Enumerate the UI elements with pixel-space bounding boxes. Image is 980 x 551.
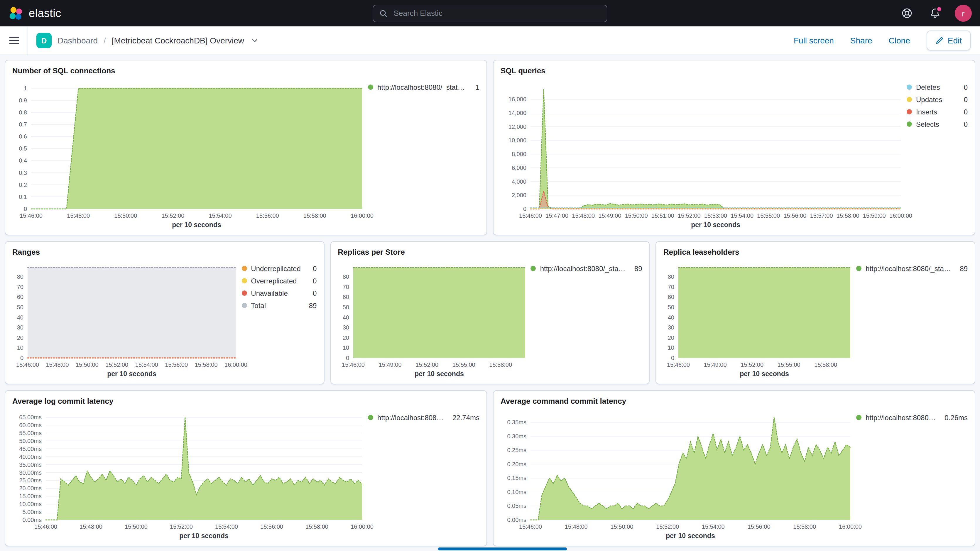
global-search[interactable] bbox=[372, 5, 608, 22]
svg-text:15.00ms: 15.00ms bbox=[19, 493, 42, 499]
dashboard-grid: Number of SQL connections 00.10.20.30.40… bbox=[0, 55, 980, 551]
svg-text:15:49:00: 15:49:00 bbox=[598, 212, 621, 219]
svg-text:20: 20 bbox=[17, 334, 24, 341]
legend-item[interactable]: Deletes0 bbox=[907, 81, 968, 93]
clone-button[interactable]: Clone bbox=[889, 36, 910, 45]
svg-text:50.00ms: 50.00ms bbox=[19, 438, 42, 444]
share-button[interactable]: Share bbox=[850, 36, 872, 45]
legend-label: Inserts bbox=[916, 108, 958, 116]
panel-sql-queries: SQL queries 02,0004,0006,0008,00010,0001… bbox=[493, 60, 975, 235]
svg-text:15:48:00: 15:48:00 bbox=[565, 524, 588, 530]
legend-item[interactable]: Unavailable0 bbox=[242, 287, 317, 299]
svg-text:45.00ms: 45.00ms bbox=[19, 446, 42, 452]
legend-item[interactable]: Selects0 bbox=[907, 118, 968, 130]
panel-ranges: Ranges 0102030405060708015:46:0015:48:00… bbox=[5, 241, 324, 384]
svg-text:per 10 seconds: per 10 seconds bbox=[172, 221, 221, 229]
legend-item[interactable]: http://localhost:8080/_sta…89 bbox=[856, 262, 968, 275]
svg-text:30.00ms: 30.00ms bbox=[19, 470, 42, 476]
help-button[interactable] bbox=[899, 5, 915, 21]
ranges-chart[interactable]: 0102030405060708015:46:0015:48:0015:50:0… bbox=[12, 258, 242, 379]
svg-text:15:57:00: 15:57:00 bbox=[810, 212, 833, 219]
svg-text:15:58:00: 15:58:00 bbox=[303, 212, 326, 219]
svg-text:0.30ms: 0.30ms bbox=[507, 433, 527, 440]
svg-text:50: 50 bbox=[17, 304, 24, 311]
legend-label: Unavailable bbox=[251, 289, 307, 297]
svg-text:70: 70 bbox=[668, 284, 674, 290]
replicas-per-store-chart[interactable]: 0102030405060708015:46:0015:49:0015:52:0… bbox=[338, 258, 530, 379]
legend-item[interactable]: http://localhost:8080/_stat…1 bbox=[368, 81, 479, 93]
legend-dot bbox=[907, 109, 912, 115]
dashboard-toolbar: D Dashboard / [Metricbeat CockroachDB] O… bbox=[0, 26, 980, 55]
svg-text:30: 30 bbox=[342, 324, 349, 331]
svg-text:15:56:00: 15:56:00 bbox=[256, 212, 279, 219]
svg-text:15:59:00: 15:59:00 bbox=[863, 212, 886, 219]
sql-connections-chart[interactable]: 00.10.20.30.40.50.60.70.80.9115:46:0015:… bbox=[12, 76, 368, 230]
legend-item[interactable]: Updates0 bbox=[907, 93, 968, 106]
header-actions: r bbox=[899, 5, 972, 22]
legend-value: 0 bbox=[964, 83, 968, 91]
svg-text:15:46:00: 15:46:00 bbox=[667, 361, 690, 368]
svg-text:60.00ms: 60.00ms bbox=[19, 422, 42, 428]
edit-button-label: Edit bbox=[948, 36, 962, 45]
legend-dot bbox=[242, 303, 247, 308]
legend-value: 1 bbox=[476, 83, 479, 91]
svg-text:0.3: 0.3 bbox=[19, 170, 27, 176]
svg-text:per 10 seconds: per 10 seconds bbox=[666, 532, 715, 540]
panel-title[interactable]: Average command commit latency bbox=[501, 397, 968, 406]
legend-dot bbox=[242, 266, 247, 271]
horizontal-scrollbar-thumb[interactable] bbox=[438, 548, 567, 550]
svg-text:0.05ms: 0.05ms bbox=[507, 503, 527, 509]
breadcrumb-dashboard-link[interactable]: Dashboard bbox=[57, 36, 98, 45]
svg-text:0.10ms: 0.10ms bbox=[507, 489, 527, 495]
panel-title[interactable]: Number of SQL connections bbox=[12, 66, 479, 75]
svg-text:per 10 seconds: per 10 seconds bbox=[179, 532, 228, 540]
legend-item[interactable]: Underreplicated0 bbox=[242, 262, 317, 275]
sql-queries-chart[interactable]: 02,0004,0006,0008,00010,00012,00014,0001… bbox=[501, 76, 907, 230]
legend-item[interactable]: Total89 bbox=[242, 299, 317, 312]
search-input[interactable] bbox=[393, 8, 601, 18]
panel-average-command-commit-latency: Average command commit latency 0.00ms0.0… bbox=[493, 390, 975, 546]
command-commit-latency-chart[interactable]: 0.00ms0.05ms0.10ms0.15ms0.20ms0.25ms0.30… bbox=[501, 407, 856, 541]
title-menu-button[interactable] bbox=[251, 37, 258, 44]
edit-button[interactable]: Edit bbox=[927, 30, 970, 51]
svg-text:65.00ms: 65.00ms bbox=[19, 414, 42, 420]
svg-text:40: 40 bbox=[17, 314, 24, 321]
svg-text:50: 50 bbox=[668, 304, 674, 311]
svg-text:0.7: 0.7 bbox=[19, 121, 27, 127]
svg-text:15:49:00: 15:49:00 bbox=[379, 361, 401, 368]
page-title: [Metricbeat CockroachDB] Overview bbox=[112, 36, 244, 45]
svg-text:60: 60 bbox=[17, 294, 24, 300]
dashboard-app-badge: D bbox=[37, 33, 52, 48]
legend-item[interactable]: Overreplicated0 bbox=[242, 275, 317, 287]
panel-title[interactable]: Replica leaseholders bbox=[663, 248, 968, 256]
svg-text:4,000: 4,000 bbox=[512, 178, 527, 185]
log-commit-latency-chart[interactable]: 0.00ms5.00ms10.00ms15.00ms20.00ms25.00ms… bbox=[12, 407, 368, 541]
dashboard-row-3: Average log commit latency 0.00ms5.00ms1… bbox=[5, 390, 975, 546]
panel-title[interactable]: SQL queries bbox=[501, 66, 968, 75]
full-screen-button[interactable]: Full screen bbox=[794, 36, 834, 45]
svg-text:10: 10 bbox=[342, 344, 349, 351]
svg-text:1: 1 bbox=[24, 85, 27, 92]
breadcrumb: D Dashboard / [Metricbeat CockroachDB] O… bbox=[28, 33, 266, 48]
log-commit-latency-legend: http://localhost:808…22.74ms bbox=[368, 407, 479, 541]
legend-item[interactable]: http://localhost:8080…0.26ms bbox=[856, 411, 968, 424]
elastic-brand[interactable]: elastic bbox=[8, 6, 61, 21]
legend-item[interactable]: http://localhost:8080/_sta…89 bbox=[531, 262, 642, 275]
svg-text:15:48:00: 15:48:00 bbox=[80, 524, 102, 530]
legend-label: Deletes bbox=[916, 83, 958, 91]
svg-text:15:46:00: 15:46:00 bbox=[519, 524, 542, 530]
replica-leaseholders-chart[interactable]: 0102030405060708015:46:0015:49:0015:52:0… bbox=[663, 258, 856, 379]
panel-title[interactable]: Ranges bbox=[12, 248, 317, 256]
legend-item[interactable]: Inserts0 bbox=[907, 106, 968, 118]
user-avatar[interactable]: r bbox=[955, 5, 972, 22]
menu-button[interactable] bbox=[0, 26, 28, 54]
panel-title[interactable]: Replicas per Store bbox=[338, 248, 642, 256]
legend-item[interactable]: http://localhost:808…22.74ms bbox=[368, 411, 479, 424]
svg-text:0.20ms: 0.20ms bbox=[507, 461, 527, 467]
panel-title[interactable]: Average log commit latency bbox=[12, 397, 479, 406]
svg-text:16,000: 16,000 bbox=[509, 96, 527, 102]
svg-text:0.8: 0.8 bbox=[19, 109, 27, 116]
notifications-button[interactable] bbox=[927, 5, 943, 21]
legend-label: http://localhost:8080/_sta… bbox=[865, 264, 954, 272]
svg-text:15:54:00: 15:54:00 bbox=[702, 524, 725, 530]
